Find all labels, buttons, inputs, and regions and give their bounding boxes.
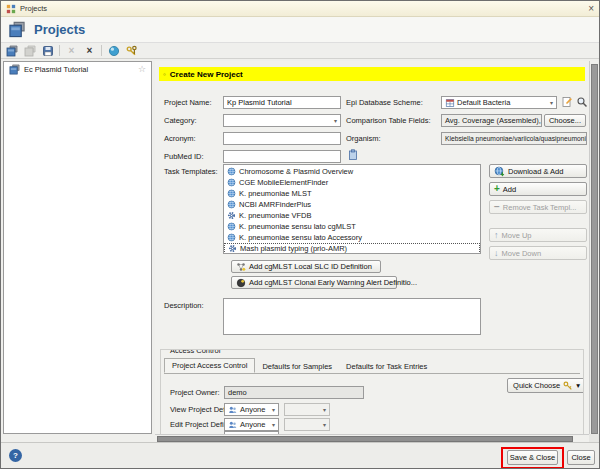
tab-project-access-control[interactable]: Project Access Control: [164, 358, 255, 373]
description-textarea[interactable]: [223, 298, 481, 335]
cgmlst-slc-label: Add cgMLST Local SLC ID Definition: [249, 262, 372, 271]
save-icon[interactable]: [41, 44, 54, 57]
projects-window: Projects × Projects × × Ec Plasmid Tutor…: [0, 0, 600, 469]
access-control-legend: Access Control: [167, 349, 223, 355]
comparison-fields-label: Comparison Table Fields:: [346, 116, 431, 125]
horizontal-scrollbar[interactable]: [155, 434, 589, 442]
add-cgmlst-alert-button[interactable]: Add cgMLST Clonal Early Warning Alert De…: [231, 276, 397, 289]
create-project-panel: ◦ Create New Project Project Name: Epi D…: [155, 61, 589, 442]
pubmed-lookup-icon[interactable]: [347, 149, 359, 161]
epi-scheme-combo[interactable]: Default Bacteria ▾: [441, 96, 557, 109]
task-template-label: K. pneumoniae VFDB: [239, 211, 312, 220]
footer-bar: ? Save & Close Close: [1, 442, 599, 468]
delete-icon: ×: [65, 44, 78, 57]
arrow-down-icon: ↓: [494, 249, 499, 258]
task-template-row[interactable]: K. pneumoniae sensu lato cgMLST: [224, 221, 480, 232]
globe-icon: [227, 200, 236, 209]
move-up-label: Move Up: [502, 231, 532, 240]
chevron-down-icon: ▾: [550, 100, 553, 106]
help-icon[interactable]: ?: [9, 449, 22, 462]
view-definition-combo[interactable]: Anyone ▾: [224, 403, 279, 416]
description-label: Description:: [164, 301, 204, 310]
acronym-input[interactable]: [223, 132, 341, 145]
close-button[interactable]: Close: [567, 450, 595, 465]
move-down-button: ↓ Move Down: [489, 246, 587, 260]
toolbar-separator: [59, 45, 60, 56]
create-new-project-banner: ◦ Create New Project: [159, 67, 585, 81]
choose-fields-button[interactable]: Choose...: [544, 114, 586, 127]
move-up-button: ↑ Move Up: [489, 228, 587, 242]
task-template-label: CGE MobileElementFinder: [239, 178, 328, 187]
access-control-group: Access Control Project Access Control De…: [160, 349, 584, 435]
vertical-scrollbar-thumb[interactable]: [591, 64, 598, 434]
project-name-label: Project Name:: [164, 98, 212, 107]
chevron-down-icon: ▾: [272, 407, 275, 413]
task-template-row[interactable]: Chromosome & Plasmid Overview: [224, 166, 480, 177]
tab-divider: [164, 373, 580, 374]
new-project-icon[interactable]: [5, 44, 18, 57]
gear-icon: [227, 211, 236, 220]
vertical-scrollbar[interactable]: [589, 61, 598, 442]
remove-project-icon[interactable]: ×: [83, 44, 96, 57]
project-list-item[interactable]: Ec Plasmid Tutorial ☆: [4, 62, 151, 77]
window-grid-icon: [6, 4, 16, 14]
task-template-row[interactable]: CGE MobileElementFinder: [224, 177, 480, 188]
chevron-down-icon: ▾: [323, 407, 326, 413]
download-globe-icon: [494, 166, 505, 177]
arrow-up-icon: ↑: [494, 231, 499, 240]
add-label: Add: [503, 185, 516, 194]
view-definition-value: Anyone: [240, 405, 265, 414]
view-scheme-icon[interactable]: [576, 96, 588, 108]
edit-definition-extra-combo: ▾: [284, 418, 330, 431]
toolbar-separator: [101, 45, 102, 56]
add-button[interactable]: + Add: [489, 182, 587, 196]
organism-value: Klebsiella pneumoniae/variicola/quasipne…: [441, 132, 587, 145]
minus-icon: −: [494, 202, 500, 212]
epi-scheme-label: Epi Database Scheme:: [346, 98, 423, 107]
chevron-down-icon: ▾: [323, 422, 326, 428]
category-combo[interactable]: ▾: [223, 114, 341, 127]
tab-defaults-for-task-entries[interactable]: Defaults for Task Entries: [339, 360, 434, 373]
task-template-row[interactable]: K. pneumoniae VFDB: [224, 210, 480, 221]
chevron-down-icon: ▾: [334, 118, 337, 124]
pubmed-input[interactable]: [223, 150, 341, 163]
edit-scheme-icon[interactable]: [561, 96, 573, 108]
window-titlebar[interactable]: Projects ×: [1, 1, 599, 17]
banner-title: Create New Project: [170, 70, 243, 79]
close-icon[interactable]: ×: [588, 4, 594, 14]
projects-icon: [8, 21, 26, 38]
chevron-down-icon: ▾: [576, 381, 580, 390]
publish-icon[interactable]: [107, 44, 120, 57]
globe-icon: [227, 167, 236, 176]
quick-choose-button[interactable]: Quick Choose ▾: [507, 378, 584, 393]
project-icon: [9, 64, 20, 75]
download-add-button[interactable]: Download & Add: [489, 164, 587, 178]
permissions-icon[interactable]: [125, 44, 138, 57]
add-cgmlst-slc-button[interactable]: Add cgMLST Local SLC ID Definition: [231, 260, 381, 273]
access-control-tabs: Project Access Control Defaults for Samp…: [164, 358, 434, 373]
project-owner-value: demo: [224, 386, 364, 399]
task-template-row-selected[interactable]: Mash plasmid typing (prio-AMR): [224, 243, 480, 254]
globe-icon: [227, 222, 236, 231]
comparison-fields-value: Avg. Coverage (Assembled), Approximated …: [441, 114, 542, 127]
tab-defaults-for-samples[interactable]: Defaults for Samples: [255, 360, 339, 373]
favorite-star-icon[interactable]: ☆: [138, 65, 146, 74]
edit-definition-combo[interactable]: Anyone ▾: [224, 418, 279, 431]
task-templates-list[interactable]: Chromosome & Plasmid Overview CGE Mobile…: [223, 164, 481, 254]
project-list-panel: Ec Plasmid Tutorial ☆: [3, 61, 152, 434]
task-template-label: Mash plasmid typing (prio-AMR): [240, 244, 347, 253]
task-template-row[interactable]: K. pneumoniae MLST: [224, 188, 480, 199]
project-name-input[interactable]: [223, 96, 341, 109]
task-template-row[interactable]: NCBI AMRFinderPlus: [224, 199, 480, 210]
task-templates-label: Task Templates:: [164, 167, 218, 176]
remove-task-template-button: − Remove Task Templ...: [489, 200, 587, 214]
task-template-row[interactable]: K. pneumoniae sensu lato Accessory: [224, 232, 480, 243]
page-title: Projects: [34, 22, 85, 37]
scrollbar-corner: [589, 434, 599, 442]
task-template-label: Chromosome & Plasmid Overview: [239, 167, 353, 176]
remove-label: Remove Task Templ...: [503, 203, 577, 212]
key-icon: [563, 381, 573, 391]
download-add-label: Download & Add: [508, 167, 563, 176]
globe-icon: [227, 189, 236, 198]
people-icon: [228, 420, 238, 430]
